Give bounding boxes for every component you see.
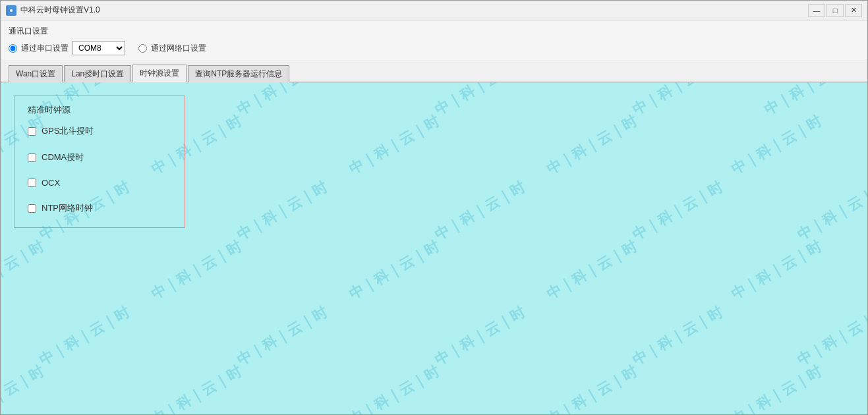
gps-checkbox-item: GPS北斗授时	[28, 125, 171, 137]
close-button[interactable]: ✕	[845, 4, 862, 17]
title-bar: 中科云时母钟设置V1.0 — □ ✕	[1, 1, 867, 20]
window-controls: — □ ✕	[808, 4, 862, 17]
watermark-29: 中｜科｜云｜时	[543, 362, 641, 414]
cdma-checkbox-item: CDMA授时	[28, 152, 171, 163]
ntp-label[interactable]: NTP网络时钟	[42, 202, 93, 214]
watermark-16: 中｜科｜云｜时	[1, 236, 47, 304]
tab-clock-source[interactable]: 时钟源设置	[132, 65, 187, 82]
tabs-bar: Wan口设置 Lan授时口设置 时钟源设置 查询NTP服务器运行信息	[1, 61, 867, 82]
main-window: 中科云时母钟设置V1.0 — □ ✕ 通讯口设置 通过串口设置 COM8 COM…	[0, 0, 868, 415]
svg-point-1	[10, 9, 13, 12]
watermark-10: 中｜科｜云｜时	[728, 111, 825, 179]
watermark-5: 中｜科｜云｜时	[761, 82, 858, 119]
comm-section: 通讯口设置 通过串口设置 COM8 COM1 COM2 COM3 COM4 CO…	[1, 20, 867, 61]
watermark-3: 中｜科｜云｜时	[431, 82, 529, 119]
minimize-button[interactable]: —	[808, 4, 825, 17]
watermark-25: 中｜科｜云｜时	[794, 302, 867, 370]
ocx-checkbox[interactable]	[28, 179, 36, 187]
watermark-4: 中｜科｜云｜时	[629, 82, 726, 119]
group-title: 精准时钟源	[28, 104, 171, 116]
content-area: 中｜科｜云｜时 中｜科｜云｜时 中｜科｜云｜时 中｜科｜云｜时 中｜科｜云｜时 …	[1, 82, 867, 414]
watermark-13: 中｜科｜云｜时	[431, 177, 529, 245]
watermark-8: 中｜科｜云｜时	[345, 111, 443, 179]
watermark-28: 中｜科｜云｜时	[345, 362, 443, 414]
watermark-15: 中｜科｜云｜时	[794, 177, 867, 245]
cdma-label[interactable]: CDMA授时	[42, 152, 84, 163]
watermark-12: 中｜科｜云｜时	[233, 177, 331, 245]
network-radio-group: 通过网络口设置	[138, 43, 206, 54]
ntp-checkbox-item: NTP网络时钟	[28, 202, 171, 214]
watermark-26: 中｜科｜云｜时	[1, 362, 47, 414]
watermark-9: 中｜科｜云｜时	[543, 111, 641, 179]
cdma-checkbox[interactable]	[28, 153, 36, 162]
watermark-18: 中｜科｜云｜时	[345, 236, 443, 304]
ocx-checkbox-item: OCX	[28, 178, 171, 188]
title-bar-left: 中科云时母钟设置V1.0	[6, 5, 100, 16]
serial-radio-group: 通过串口设置 COM8 COM1 COM2 COM3 COM4 COM5 COM…	[9, 41, 125, 55]
watermark-23: 中｜科｜云｜时	[431, 302, 529, 370]
watermark-30: 中｜科｜云｜时	[728, 362, 825, 414]
gps-label[interactable]: GPS北斗授时	[42, 125, 94, 137]
serial-radio[interactable]	[9, 44, 17, 53]
tab-wan[interactable]: Wan口设置	[9, 65, 63, 82]
window-title: 中科云时母钟设置V1.0	[20, 5, 100, 16]
serial-radio-label[interactable]: 通过串口设置	[21, 43, 69, 54]
network-radio[interactable]	[138, 44, 147, 53]
tab-lan[interactable]: Lan授时口设置	[64, 65, 131, 82]
com-select[interactable]: COM8 COM1 COM2 COM3 COM4 COM5 COM6 COM7	[72, 41, 125, 55]
ntp-checkbox[interactable]	[28, 204, 36, 213]
watermark-19: 中｜科｜云｜时	[543, 236, 641, 304]
app-icon	[6, 5, 16, 16]
tab-ntp-query[interactable]: 查询NTP服务器运行信息	[188, 65, 289, 82]
watermark-27: 中｜科｜云｜时	[148, 362, 245, 414]
comm-row: 通过串口设置 COM8 COM1 COM2 COM3 COM4 COM5 COM…	[9, 41, 859, 55]
watermark-22: 中｜科｜云｜时	[233, 302, 331, 370]
comm-label: 通讯口设置	[9, 26, 859, 37]
ocx-label[interactable]: OCX	[42, 178, 60, 188]
watermark-14: 中｜科｜云｜时	[629, 177, 726, 245]
maximize-button[interactable]: □	[826, 4, 844, 17]
watermark-17: 中｜科｜云｜时	[148, 236, 245, 304]
watermark-21: 中｜科｜云｜时	[36, 302, 133, 370]
watermark-20: 中｜科｜云｜时	[728, 236, 825, 304]
gps-checkbox[interactable]	[28, 127, 36, 136]
precision-group: 精准时钟源 GPS北斗授时 CDMA授时 OCX NTP网络时钟	[14, 96, 185, 228]
watermark-2: 中｜科｜云｜时	[233, 82, 331, 119]
network-radio-label[interactable]: 通过网络口设置	[151, 43, 206, 54]
watermark-24: 中｜科｜云｜时	[629, 302, 726, 370]
